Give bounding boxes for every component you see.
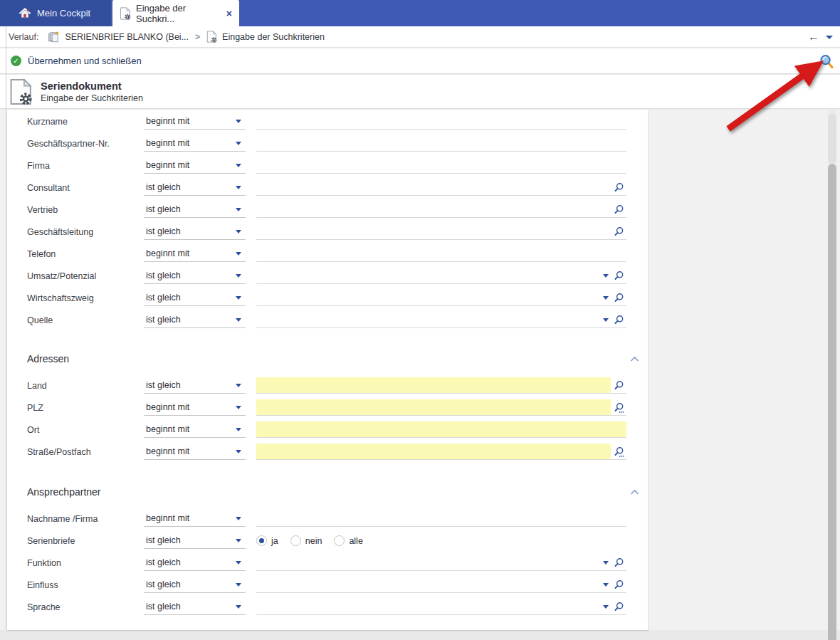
- history-dropdown-icon[interactable]: [826, 36, 833, 39]
- lookup-input-highlighted[interactable]: [256, 377, 626, 394]
- radio-option-nein[interactable]: nein: [290, 535, 322, 546]
- chevron-down-icon: [236, 318, 241, 322]
- close-icon[interactable]: ×: [226, 9, 232, 19]
- search-icon[interactable]: [614, 293, 624, 303]
- chevron-down-icon[interactable]: [603, 274, 609, 278]
- operator-value: ist gleich: [146, 182, 181, 192]
- combo-lookup-input[interactable]: [256, 312, 626, 328]
- combo-lookup-input[interactable]: [256, 268, 626, 284]
- operator-value: ist gleich: [146, 557, 181, 567]
- operator-dropdown[interactable]: beginnt mit: [144, 510, 246, 527]
- apply-and-close-button[interactable]: ✓ Übernehmen und schließen: [11, 56, 142, 66]
- field-label: Geschäftspartner-Nr.: [7, 139, 144, 149]
- operator-value: beginnt mit: [146, 424, 189, 434]
- operator-dropdown[interactable]: ist gleich: [144, 377, 246, 394]
- lookup-input-highlighted[interactable]: [256, 399, 626, 416]
- form-row-serienbriefe: Serienbriefe ist gleich ja nein alle: [7, 530, 648, 552]
- field-label: Vertrieb: [7, 205, 144, 215]
- operator-dropdown[interactable]: ist gleich: [144, 201, 246, 218]
- operator-dropdown[interactable]: ist gleich: [144, 555, 246, 571]
- vertical-scrollbar[interactable]: [828, 109, 836, 640]
- lookup-input[interactable]: [256, 224, 626, 240]
- document-gear-icon: [120, 7, 131, 20]
- page-subtitle: Eingabe der Suchkriterien: [41, 93, 143, 103]
- search-icon[interactable]: [614, 315, 624, 325]
- search-icon[interactable]: [614, 557, 624, 568]
- operator-dropdown[interactable]: ist gleich: [144, 577, 246, 593]
- combo-lookup-input[interactable]: [256, 577, 626, 593]
- search-icon[interactable]: [614, 204, 624, 215]
- search-icon[interactable]: [614, 226, 624, 237]
- chevron-up-icon[interactable]: [630, 489, 639, 495]
- chevron-up-icon[interactable]: [630, 356, 639, 362]
- operator-dropdown[interactable]: beginnt mit: [144, 157, 246, 174]
- operator-dropdown[interactable]: ist gleich: [144, 599, 246, 615]
- search-icon[interactable]: [614, 579, 624, 590]
- tab-eingabe-suchkriterien[interactable]: Eingabe der Suchkri... ×: [112, 0, 239, 26]
- combo-lookup-input[interactable]: [256, 555, 626, 571]
- text-input[interactable]: [256, 135, 626, 152]
- radio-label: alle: [349, 536, 362, 546]
- operator-dropdown[interactable]: beginnt mit: [144, 399, 246, 416]
- chevron-down-icon[interactable]: [603, 605, 609, 609]
- document-gear-icon: [9, 78, 33, 105]
- search-more-icon[interactable]: [614, 402, 624, 413]
- breadcrumb-item-suchkriterien[interactable]: Eingabe der Suchkriterien: [222, 32, 325, 42]
- operator-dropdown[interactable]: ist gleich: [144, 312, 246, 328]
- search-icon[interactable]: [614, 602, 624, 612]
- highlight-fill: [256, 421, 626, 437]
- text-input[interactable]: [256, 113, 626, 130]
- form-row-firma: Firma beginnt mit: [7, 154, 648, 177]
- form-row-plz: PLZ beginnt mit: [7, 397, 648, 419]
- text-input-highlighted[interactable]: [256, 421, 626, 438]
- chevron-down-icon: [236, 120, 241, 123]
- search-magnifier-icon[interactable]: [819, 53, 834, 69]
- operator-dropdown[interactable]: ist gleich: [144, 290, 246, 306]
- field-label: Ort: [7, 425, 144, 435]
- operator-dropdown[interactable]: beginnt mit: [144, 444, 246, 460]
- form-row-funktion: Funktion ist gleich: [7, 552, 648, 574]
- text-input[interactable]: [256, 157, 626, 174]
- search-icon[interactable]: [614, 380, 624, 391]
- operator-dropdown[interactable]: ist gleich: [144, 268, 246, 284]
- tab-mein-cockpit[interactable]: Mein Cockpit: [0, 0, 111, 26]
- operator-dropdown[interactable]: ist gleich: [144, 179, 246, 196]
- operator-dropdown[interactable]: beginnt mit: [144, 246, 246, 262]
- search-icon[interactable]: [614, 271, 624, 281]
- operator-value: ist gleich: [146, 293, 181, 303]
- combo-lookup-input[interactable]: [256, 599, 626, 615]
- search-icon[interactable]: [614, 182, 624, 193]
- operator-value: beginnt mit: [146, 446, 189, 456]
- radio-option-ja[interactable]: ja: [256, 535, 278, 546]
- operator-dropdown[interactable]: beginnt mit: [144, 421, 246, 438]
- field-label: Nachname /Firma: [7, 514, 144, 524]
- form-row-geschaeftsleitung: Geschäftsleitung ist gleich: [7, 221, 648, 243]
- lookup-input-highlighted[interactable]: [256, 444, 626, 460]
- chevron-down-icon[interactable]: [603, 561, 609, 565]
- operator-dropdown[interactable]: ist gleich: [144, 533, 246, 549]
- operator-dropdown[interactable]: beginnt mit: [144, 113, 246, 130]
- radio-label: nein: [305, 536, 322, 546]
- radio-option-alle[interactable]: alle: [334, 535, 362, 546]
- combo-lookup-input[interactable]: [256, 290, 626, 306]
- form-row-telefon: Telefon beginnt mit: [7, 243, 648, 265]
- chevron-down-icon[interactable]: [603, 318, 609, 322]
- search-more-icon[interactable]: [614, 446, 624, 457]
- text-input[interactable]: [256, 246, 626, 262]
- scrollbar-thumb[interactable]: [828, 164, 836, 640]
- text-input[interactable]: [256, 510, 626, 527]
- field-label: Umsatz/Potenzial: [7, 271, 144, 281]
- form-row-quelle: Quelle ist gleich: [7, 309, 648, 331]
- operator-dropdown[interactable]: ist gleich: [144, 224, 246, 240]
- tab-label: Mein Cockpit: [37, 8, 90, 19]
- chevron-down-icon[interactable]: [603, 583, 609, 587]
- breadcrumb-item-serienbrief[interactable]: SERIENBRIEF BLANKO (Bei...: [65, 32, 189, 42]
- operator-dropdown[interactable]: beginnt mit: [144, 135, 246, 152]
- lookup-input[interactable]: [256, 179, 626, 196]
- operator-value: beginnt mit: [146, 116, 189, 126]
- chevron-down-icon: [236, 296, 241, 300]
- chevron-down-icon[interactable]: [603, 296, 609, 300]
- lookup-input[interactable]: [256, 201, 626, 218]
- back-arrow-icon[interactable]: ←: [808, 31, 819, 43]
- chevron-down-icon: [236, 252, 241, 256]
